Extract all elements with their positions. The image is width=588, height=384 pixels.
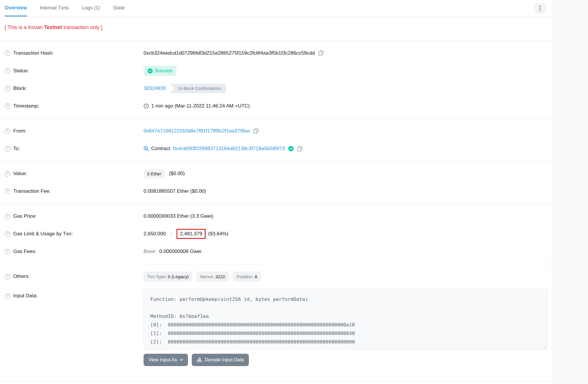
transaction-details-card: Overview Internal Txns Logs (1) State [ …: [0, 0, 552, 384]
transaction-fee-value: 0.0081885507 Ether ($0.00): [144, 188, 206, 194]
decode-icon: [197, 357, 202, 363]
help-icon[interactable]: ?: [5, 274, 10, 279]
row-from: ? From: 0x647e7168122263d8e7f81f17fff9c2…: [5, 122, 547, 140]
position-name: Position:: [236, 274, 254, 279]
tab-state[interactable]: State: [113, 0, 125, 16]
row-transaction-hash: ? Transaction Hash: 0xcb324eedcd1d07296f…: [5, 44, 547, 62]
timestamp-value: 1 min ago (Mar-11-2022 11:46:24 AM +UTC): [151, 103, 250, 109]
resize-handle[interactable]: [542, 345, 546, 348]
position-value: 8: [255, 274, 257, 279]
help-icon[interactable]: ?: [5, 231, 10, 237]
help-icon[interactable]: ?: [5, 214, 10, 219]
gas-price-label: Gas Price:: [13, 213, 36, 219]
gas-limit-label: Gas Limit & Usage by Txn:: [13, 231, 73, 237]
clock-icon: [144, 103, 149, 109]
testnet-notice-suffix: transaction only ]: [62, 24, 102, 30]
help-icon[interactable]: ?: [5, 103, 10, 109]
txn-type-value: 0 (Legacy): [168, 274, 189, 279]
copy-icon[interactable]: [253, 128, 259, 134]
value-label: Value:: [13, 171, 27, 177]
row-gas-limit-usage: ? Gas Limit & Usage by Txn: 2,650,000 | …: [5, 225, 547, 243]
decode-input-data-label: Decode Input Data: [205, 357, 244, 363]
divider: [0, 381, 552, 382]
status-value: Success: [155, 68, 172, 73]
gas-fees-label: Gas Fees:: [13, 249, 36, 254]
help-icon[interactable]: ?: [5, 68, 10, 74]
row-others: ? Others: Txn Type:0 (Legacy) Nonce:3222…: [5, 268, 547, 285]
group-others-input: ? Others: Txn Type:0 (Legacy) Nonce:3222…: [0, 264, 552, 370]
decode-input-data-button[interactable]: Decode Input Data: [192, 354, 249, 366]
help-icon[interactable]: ?: [5, 293, 10, 299]
others-label: Others:: [13, 274, 30, 279]
group-addresses: ? From: 0x647e7168122263d8e7f81f17fff9c2…: [0, 119, 552, 161]
txn-type-name: Txn Type:: [147, 274, 167, 279]
help-icon[interactable]: ?: [5, 51, 10, 56]
kebab-menu-button[interactable]: [535, 3, 545, 14]
row-timestamp: ? Timestamp: 1 min ago (Mar-11-2022 11:4…: [5, 97, 547, 115]
row-gas-price: ? Gas Price: 0.0000000033 Ether (3.3 Gwe…: [5, 207, 547, 225]
zoom-in-icon[interactable]: [144, 146, 149, 152]
copy-icon[interactable]: [318, 50, 324, 56]
row-to: ? To: Contract 0x4cb093f226983713164a621…: [5, 140, 547, 157]
tab-bar: Overview Internal Txns Logs (1) State: [0, 0, 552, 17]
position-badge: Position:8: [233, 271, 261, 282]
kebab-dot: [539, 8, 541, 9]
block-number-link[interactable]: 30324830: [144, 85, 166, 91]
txn-type-badge: Txn Type:0 (Legacy): [144, 271, 192, 282]
verified-check-icon: [288, 146, 294, 151]
help-icon[interactable]: ?: [5, 86, 10, 91]
nonce-value: 3222: [215, 274, 225, 279]
help-icon[interactable]: ?: [5, 171, 10, 177]
group-value-fee: ? Value: 0 Ether ($0.00) ? Transaction F…: [0, 161, 552, 204]
help-icon[interactable]: ?: [5, 128, 10, 134]
row-gas-fees: ? Gas Fees: Base: 0.000000008 Gwei: [5, 243, 547, 260]
row-value: ? Value: 0 Ether ($0.00): [5, 165, 547, 182]
help-icon[interactable]: ?: [5, 249, 10, 254]
nonce-badge: Nonce:3222: [196, 271, 229, 282]
tab-overview[interactable]: Overview: [5, 0, 27, 16]
copy-icon[interactable]: [297, 146, 302, 152]
tab-logs[interactable]: Logs (1): [82, 0, 100, 16]
chevron-down-icon: [180, 359, 183, 361]
view-input-as-label: View Input As: [149, 357, 177, 363]
testnet-notice-prefix: [ This is a Kovan: [5, 24, 44, 30]
status-badge: Success: [144, 66, 176, 76]
tab-internal-txns[interactable]: Internal Txns: [40, 0, 69, 16]
help-icon[interactable]: ?: [5, 189, 10, 194]
gas-used-percent: (93.64%): [208, 231, 228, 237]
testnet-notice-bold: Testnet: [44, 24, 62, 30]
from-label: From:: [13, 128, 26, 134]
row-transaction-fee: ? Transaction Fee: 0.0081885507 Ether ($…: [5, 182, 547, 200]
to-address-link[interactable]: 0x4cb093f226983713164a62138c3f718a5b595f…: [173, 146, 285, 152]
block-confirmations-badge: 14 Block Confirmations: [170, 84, 226, 93]
help-icon[interactable]: ?: [5, 146, 10, 152]
row-status: ? Status: Success: [5, 62, 547, 80]
group-summary: ? Transaction Hash: 0xcb324eedcd1d07296f…: [0, 41, 552, 118]
gas-used-highlight-box: 2,481,379: [176, 229, 206, 239]
group-gas: ? Gas Price: 0.0000000033 Ether (3.3 Gwe…: [0, 204, 552, 264]
timestamp-label: Timestamp:: [13, 103, 39, 109]
row-block: ? Block: 30324830 14 Block Confirmations: [5, 80, 547, 97]
row-input-data: ? Input Data: Function: performUpkeep(ui…: [5, 289, 547, 366]
ether-value-badge: 0 Ether: [144, 169, 165, 178]
transaction-hash-label: Transaction Hash:: [13, 50, 54, 56]
status-label: Status:: [13, 68, 29, 74]
to-contract-prefix: Contract: [151, 146, 170, 152]
kebab-dot: [539, 10, 541, 11]
from-address-link[interactable]: 0x647e7168122263d8e7f81f17fff9c2f1aa379f…: [144, 128, 250, 134]
input-data-textarea[interactable]: Function: performUpkeep(uint256 id, byte…: [144, 289, 547, 350]
view-input-as-button[interactable]: View Input As: [144, 354, 188, 366]
gas-price-value: 0.0000000033 Ether (3.3 Gwei): [144, 213, 213, 219]
value-usd: ($0.00): [169, 171, 185, 177]
gas-separator: |: [171, 231, 172, 237]
gas-fees-base-label: Base:: [144, 249, 156, 254]
gas-limit-value: 2,650,000: [144, 231, 166, 237]
input-data-content: Function: performUpkeep(uint256 id, byte…: [150, 295, 541, 346]
to-label: To:: [13, 146, 20, 152]
transaction-hash-value: 0xcb324eedcd1d07296fdf3d215a2865275f159c…: [144, 50, 315, 56]
input-data-label: Input Data:: [13, 293, 38, 299]
kebab-dot: [539, 6, 541, 7]
transaction-fee-label: Transaction Fee:: [13, 188, 51, 194]
check-circle-icon: [148, 68, 153, 73]
block-label: Block:: [13, 85, 27, 91]
